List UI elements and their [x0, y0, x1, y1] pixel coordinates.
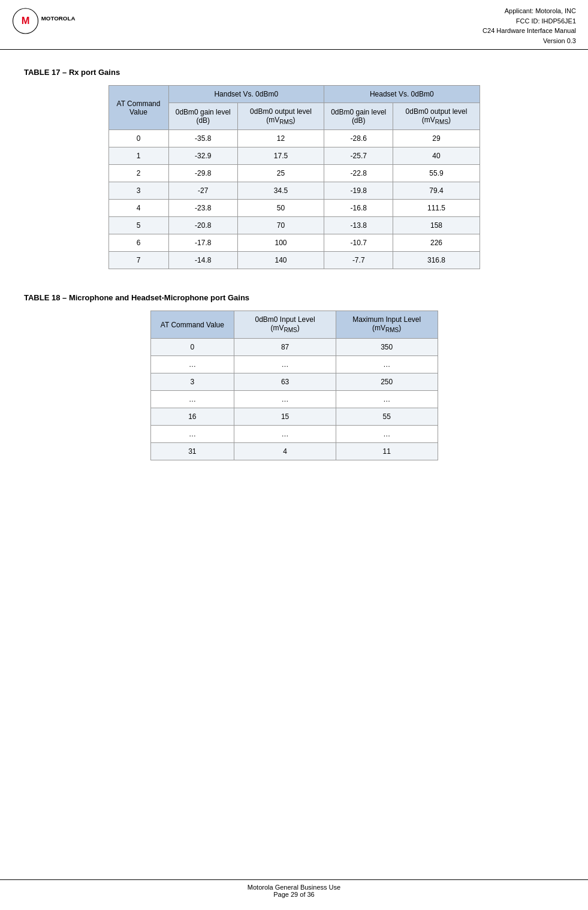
table-row: 0 -35.8 12 -28.6 29 [108, 130, 480, 147]
at-value-cell: 3 [108, 182, 168, 200]
data-cell: 316.8 [393, 252, 480, 269]
table17-section: TABLE 17 – Rx port Gains AT Command Valu… [24, 68, 564, 269]
table17-group2-header: Headset Vs. 0dBm0 [324, 86, 480, 103]
data-cell: 100 [237, 234, 324, 252]
data-cell: 70 [237, 217, 324, 234]
data-cell: 34.5 [237, 182, 324, 200]
data-cell: 158 [393, 217, 480, 234]
data-cell: … [336, 390, 438, 408]
table17-at-header: AT Command Value [108, 86, 168, 130]
at-value-cell: 3 [150, 373, 234, 390]
table18-section: TABLE 18 – Microphone and Headset-Microp… [24, 293, 564, 460]
at-value-cell: … [150, 425, 234, 442]
data-cell: 15 [234, 408, 336, 425]
table-row: 2 -29.8 25 -22.8 55.9 [108, 165, 480, 182]
data-cell: -28.6 [324, 130, 393, 147]
data-cell: -13.8 [324, 217, 393, 234]
data-cell: 79.4 [393, 182, 480, 200]
data-cell: -10.7 [324, 234, 393, 252]
applicant-text: Applicant: Motorola, INC [483, 6, 576, 16]
at-value-cell: 7 [108, 252, 168, 269]
data-cell: 63 [234, 373, 336, 390]
svg-text:M: M [22, 15, 30, 26]
data-cell: -19.8 [324, 182, 393, 200]
table-row: 6 -17.8 100 -10.7 226 [108, 234, 480, 252]
data-cell: -25.7 [324, 147, 393, 165]
at-value-cell: … [150, 355, 234, 373]
table-row: … … … [150, 390, 438, 408]
data-cell: 25 [237, 165, 324, 182]
table-row: 1 -32.9 17.5 -25.7 40 [108, 147, 480, 165]
at-value-cell: 0 [150, 338, 234, 355]
data-cell: -35.8 [168, 130, 237, 147]
data-cell: 50 [237, 200, 324, 217]
at-value-cell: 16 [150, 408, 234, 425]
data-cell: -27 [168, 182, 237, 200]
table-row: 5 -20.8 70 -13.8 158 [108, 217, 480, 234]
data-cell: -22.8 [324, 165, 393, 182]
data-cell: 140 [237, 252, 324, 269]
table17: AT Command Value Handset Vs. 0dBm0 Heads… [108, 85, 480, 269]
table18-at-header: AT Command Value [150, 311, 234, 338]
data-cell: 4 [234, 442, 336, 460]
page-footer: Motorola General Business Use Page 29 of… [0, 879, 588, 898]
data-cell: 250 [336, 373, 438, 390]
at-value-cell: 1 [108, 147, 168, 165]
data-cell: … [234, 390, 336, 408]
data-cell: 350 [336, 338, 438, 355]
table18-col2-header: 0dBm0 Input Level (mVRMS) [234, 311, 336, 338]
at-value-cell: 6 [108, 234, 168, 252]
table17-sub-col4: 0dBm0 output level (mVRMS) [393, 103, 480, 130]
data-cell: 111.5 [393, 200, 480, 217]
version-text: Version 0.3 [483, 36, 576, 46]
data-cell: -14.8 [168, 252, 237, 269]
data-cell: 40 [393, 147, 480, 165]
table17-sub-col3: 0dBm0 gain level (dB) [324, 103, 393, 130]
table-row: 3 63 250 [150, 373, 438, 390]
table-row: 16 15 55 [150, 408, 438, 425]
header-info: Applicant: Motorola, INC FCC ID: IHDP56J… [483, 6, 576, 46]
at-value-cell: 0 [108, 130, 168, 147]
table-row: 3 -27 34.5 -19.8 79.4 [108, 182, 480, 200]
manual-text: C24 Hardware Interface Manual [483, 26, 576, 36]
table17-sub-col1: 0dBm0 gain level (dB) [168, 103, 237, 130]
table17-title: TABLE 17 – Rx port Gains [24, 68, 564, 77]
at-value-cell: 2 [108, 165, 168, 182]
page-header: M MOTOROLA Applicant: Motorola, INC FCC … [0, 0, 588, 50]
motorola-logo-icon: M MOTOROLA [12, 6, 84, 36]
table-row: 4 -23.8 50 -16.8 111.5 [108, 200, 480, 217]
data-cell: -20.8 [168, 217, 237, 234]
data-cell: 55 [336, 408, 438, 425]
data-cell: 11 [336, 442, 438, 460]
data-cell: … [234, 355, 336, 373]
data-cell: 29 [393, 130, 480, 147]
at-value-cell: 4 [108, 200, 168, 217]
table-row: 7 -14.8 140 -7.7 316.8 [108, 252, 480, 269]
at-value-cell: 31 [150, 442, 234, 460]
footer-line1: Motorola General Business Use [0, 884, 588, 891]
table18-col3-header: Maximum Input Level (mVRMS) [336, 311, 438, 338]
footer-line2: Page 29 of 36 [0, 891, 588, 898]
data-cell: … [336, 355, 438, 373]
table-row: … … … [150, 425, 438, 442]
logo-area: M MOTOROLA [12, 6, 84, 36]
data-cell: 17.5 [237, 147, 324, 165]
table18: AT Command Value 0dBm0 Input Level (mVRM… [150, 311, 438, 460]
data-cell: -29.8 [168, 165, 237, 182]
data-cell: … [234, 425, 336, 442]
data-cell: -16.8 [324, 200, 393, 217]
data-cell: … [336, 425, 438, 442]
table-row: 31 4 11 [150, 442, 438, 460]
data-cell: 87 [234, 338, 336, 355]
table17-group1-header: Handset Vs. 0dBm0 [168, 86, 324, 103]
data-cell: -32.9 [168, 147, 237, 165]
data-cell: -7.7 [324, 252, 393, 269]
data-cell: 226 [393, 234, 480, 252]
table17-sub-col2: 0dBm0 output level (mVRMS) [237, 103, 324, 130]
table-row: 0 87 350 [150, 338, 438, 355]
table-row: … … … [150, 355, 438, 373]
data-cell: -23.8 [168, 200, 237, 217]
table18-title: TABLE 18 – Microphone and Headset-Microp… [24, 293, 564, 302]
fcc-id-text: FCC ID: IHDP56JE1 [483, 16, 576, 26]
at-value-cell: … [150, 390, 234, 408]
